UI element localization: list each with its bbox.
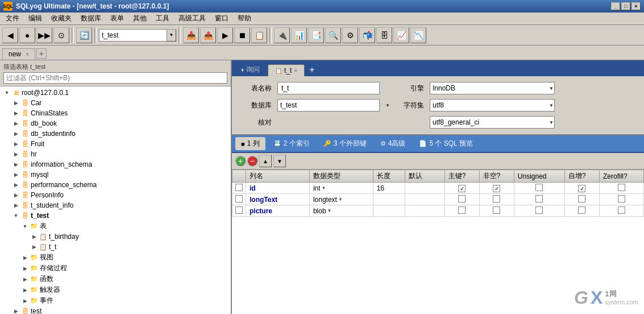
tree-item-mysql[interactable]: ▶ 🗄 mysql — [0, 170, 231, 180]
tree-expander-t-t[interactable]: ▶ — [30, 242, 39, 251]
connection-tab-close[interactable]: × — [26, 51, 29, 57]
tree-expander-test[interactable]: ▶ — [11, 307, 20, 314]
menu-other[interactable]: 其他 — [128, 13, 151, 24]
col-type-1[interactable]: int ▼ — [309, 183, 373, 194]
sub-tab-sql-preview[interactable]: 📄 5 个 SQL 预览 — [413, 137, 478, 150]
add-column-btn[interactable]: + — [235, 156, 246, 166]
tree-expander-t-student-info[interactable]: ▶ — [11, 201, 20, 210]
col-type-2[interactable]: longtext ▼ — [309, 194, 373, 205]
toolbar-btn-19[interactable]: 📉 — [410, 27, 426, 43]
engine-select[interactable]: InnoDB MyISAM — [430, 82, 555, 94]
sub-tab-foreign-keys[interactable]: 🔑 3 个外部键 — [318, 137, 372, 150]
tree-expander-personinfo[interactable]: ▶ — [11, 191, 20, 200]
ai-checkbox-3[interactable] — [578, 206, 585, 214]
toolbar-btn-4[interactable]: ⊙ — [53, 27, 69, 43]
menu-tools[interactable]: 工具 — [151, 13, 174, 24]
toolbar-btn-8[interactable]: ▶ — [217, 27, 233, 43]
tree-expander-fruit[interactable]: ▶ — [11, 139, 20, 148]
col-pk-2[interactable] — [444, 194, 479, 205]
toolbar-btn-13[interactable]: 📑 — [308, 27, 324, 43]
table-row[interactable]: id int ▼ 16 ✓ ✓ ✓ — [232, 183, 644, 194]
menu-database[interactable]: 数据库 — [76, 13, 106, 24]
col-len-2[interactable] — [373, 194, 405, 205]
db-selector-arrow[interactable]: ▼ — [167, 29, 176, 42]
toolbar-btn-16[interactable]: 📬 — [359, 27, 375, 43]
toolbar-btn-9[interactable]: ⏹ — [234, 27, 250, 43]
toolbar-btn-1[interactable]: ◀ — [2, 27, 18, 43]
tree-item-events[interactable]: ▶ 📁 事件 — [0, 295, 231, 306]
nn-checkbox-1[interactable]: ✓ — [493, 185, 500, 192]
db-select[interactable]: t_test — [277, 99, 380, 111]
tree-item-funcs[interactable]: ▶ 📁 函数 — [0, 274, 231, 284]
menu-help[interactable]: 帮助 — [233, 13, 256, 24]
menu-edit[interactable]: 编辑 — [24, 13, 47, 24]
tree-item-information-schema[interactable]: ▶ 🗄 information_schema — [0, 159, 231, 170]
col-unsigned-1[interactable] — [514, 183, 564, 194]
col-pk-1[interactable]: ✓ — [444, 183, 479, 194]
col-unsigned-3[interactable] — [514, 205, 564, 217]
col-ai-3[interactable] — [564, 205, 599, 217]
zf-checkbox-1[interactable] — [618, 184, 625, 191]
row-check-3[interactable] — [232, 205, 246, 217]
move-down-btn[interactable]: ▼ — [273, 155, 286, 167]
toolbar-btn-11[interactable]: 🔌 — [274, 27, 290, 43]
sub-tab-indexes[interactable]: 📇 2 个索引 — [268, 137, 315, 150]
tree-expander-t-test[interactable]: ▼ — [11, 211, 20, 220]
close-button[interactable]: × — [631, 2, 641, 10]
col-type-3[interactable]: blob ▼ — [309, 205, 373, 217]
tree-expander-hr[interactable]: ▶ — [11, 150, 20, 159]
pk-checkbox-1[interactable]: ✓ — [458, 185, 466, 192]
col-type-arrow-1[interactable]: ▼ — [322, 185, 326, 191]
zf-checkbox-3[interactable] — [618, 206, 625, 214]
tree-item-root[interactable]: ▼ 🖥 root@127.0.0.1 — [0, 88, 231, 98]
nn-checkbox-2[interactable] — [493, 195, 500, 203]
col-nn-1[interactable]: ✓ — [479, 183, 514, 194]
tree-expander-root[interactable]: ▼ — [2, 88, 11, 97]
tree-expander-db-studentinfo[interactable]: ▶ — [11, 129, 20, 138]
zf-checkbox-2[interactable] — [618, 195, 625, 203]
collation-select[interactable]: utf8_general_ci utf8_unicode_ci — [430, 116, 555, 129]
tree-expander-triggers[interactable]: ▶ — [20, 286, 30, 295]
col-zf-1[interactable] — [600, 183, 644, 194]
move-up-btn[interactable]: ▲ — [259, 155, 272, 167]
col-nn-3[interactable] — [479, 205, 514, 217]
col-ai-1[interactable]: ✓ — [564, 183, 599, 194]
tree-item-chinastates[interactable]: ▶ 🗄 ChinaStates — [0, 108, 231, 118]
col-default-3[interactable] — [405, 205, 444, 217]
col-type-arrow-2[interactable]: ▼ — [338, 197, 343, 202]
ai-checkbox-2[interactable] — [578, 195, 585, 203]
tree-item-hr[interactable]: ▶ 🗄 hr — [0, 149, 231, 159]
toolbar-btn-10[interactable]: 📋 — [251, 27, 267, 43]
tree-item-performance-schema[interactable]: ▶ 🗄 performance_schema — [0, 180, 231, 190]
sub-tab-columns[interactable]: ■ 1 列 — [235, 137, 265, 150]
tree-item-t-student-info[interactable]: ▶ 🗄 t_student_info — [0, 200, 231, 210]
col-type-arrow-3[interactable]: ▼ — [327, 208, 332, 213]
table-row[interactable]: longText longtext ▼ — [232, 194, 644, 205]
table-name-input[interactable] — [277, 82, 380, 94]
col-ai-2[interactable] — [564, 194, 599, 205]
menu-table[interactable]: 表单 — [106, 13, 128, 24]
tree-expander-db-book[interactable]: ▶ — [11, 119, 20, 128]
tree-expander-chinastates[interactable]: ▶ — [11, 109, 20, 118]
menu-advanced-tools[interactable]: 高级工具 — [174, 13, 210, 24]
toolbar-btn-3[interactable]: ▶▶ — [36, 27, 52, 43]
col-name-1[interactable]: id — [246, 183, 310, 194]
checkbox-3[interactable] — [235, 206, 243, 214]
tree-expander-t-birthday[interactable]: ▶ — [30, 232, 39, 241]
col-len-3[interactable] — [373, 205, 405, 217]
tree-item-db-studentinfo[interactable]: ▶ 🗄 db_studentinfo — [0, 129, 231, 139]
menu-file[interactable]: 文件 — [1, 13, 24, 24]
toolbar-btn-5[interactable]: 🔄 — [76, 27, 92, 43]
maximize-button[interactable]: □ — [621, 2, 630, 10]
toolbar-btn-6[interactable]: 📥 — [183, 27, 199, 43]
toolbar-btn-15[interactable]: ⚙ — [342, 27, 358, 43]
connection-tab-new[interactable]: new × — [2, 48, 35, 60]
col-zf-2[interactable] — [600, 194, 644, 205]
tree-item-procs[interactable]: ▶ 📁 存储过程 — [0, 263, 231, 274]
tab-add[interactable]: + — [306, 64, 318, 76]
db-selector[interactable]: t_test — [99, 29, 167, 42]
tree-item-triggers[interactable]: ▶ 📁 触发器 — [0, 284, 231, 295]
tree-item-t-t[interactable]: ▶ 📋 t_t — [0, 242, 231, 252]
tree-item-personinfo[interactable]: ▶ 🗄 PersonInfo — [0, 190, 231, 200]
pk-checkbox-3[interactable] — [458, 206, 466, 214]
